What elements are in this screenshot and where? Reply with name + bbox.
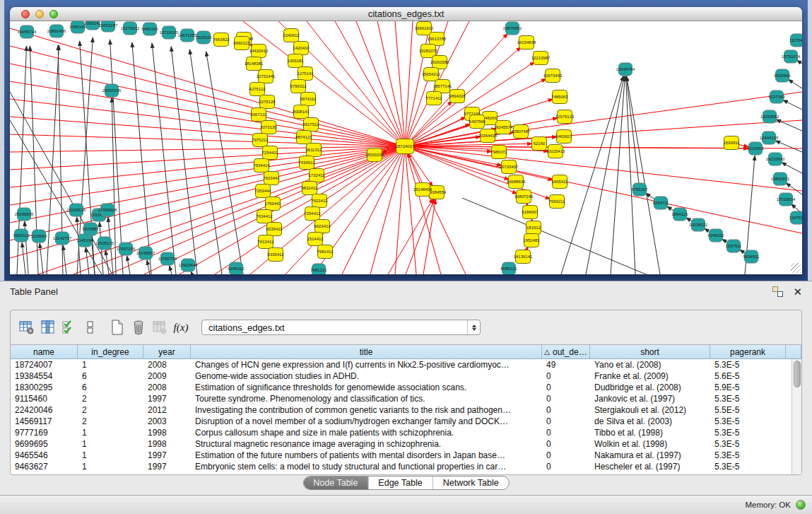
graph-node-label: 15654212 bbox=[422, 72, 441, 76]
network-canvas[interactable]: 9894028977716974626664975681624557420364… bbox=[10, 21, 802, 274]
table-cell: 5.3E-5 bbox=[710, 393, 786, 404]
graph-node-label: 10807487 bbox=[512, 129, 531, 134]
table-cell: 1997 bbox=[143, 450, 191, 461]
graph-node-label: 9811412 bbox=[302, 186, 319, 190]
minimize-window-button[interactable] bbox=[35, 10, 44, 18]
graph-edge bbox=[105, 250, 109, 274]
close-window-button[interactable] bbox=[21, 10, 30, 18]
new-table-icon[interactable] bbox=[107, 317, 128, 338]
table-row[interactable]: 1456911722003Disruption of a novel membe… bbox=[11, 416, 801, 427]
table-cell: Embryonic stem cells: a model to study s… bbox=[191, 461, 542, 472]
graph-node-label: 7634512 bbox=[298, 160, 315, 165]
graph-edge bbox=[782, 163, 802, 173]
table-cell: Dudbridge et al. (2008) bbox=[590, 382, 710, 393]
graph-node-label: 7485063 bbox=[551, 95, 568, 99]
graph-edge bbox=[40, 243, 43, 274]
zoom-window-button[interactable] bbox=[49, 10, 58, 18]
table-cell: Estimation of the future numbers of pati… bbox=[191, 450, 542, 461]
table-cell: 2003 bbox=[143, 416, 191, 427]
graph-node-label: 17359928 bbox=[98, 208, 117, 212]
vertical-scrollbar[interactable] bbox=[792, 359, 801, 474]
table-cell: 2008 bbox=[143, 382, 191, 393]
column-header-filler bbox=[786, 345, 801, 359]
graph-edge bbox=[342, 146, 405, 274]
function-icon[interactable]: f(x) bbox=[170, 317, 192, 338]
table-row[interactable]: 1830029562008Estimation of significance … bbox=[11, 382, 801, 393]
column-header-pagerank[interactable]: pagerank bbox=[710, 345, 786, 359]
table-row[interactable]: 969969511998Structural magnetic resonanc… bbox=[11, 438, 801, 450]
graph-node-label: 7613412 bbox=[257, 240, 274, 244]
window-titlebar[interactable]: citations_edges.txt bbox=[10, 7, 802, 21]
graph-edge bbox=[788, 79, 802, 88]
graph-node-label: 9694511 bbox=[743, 255, 760, 259]
application-window: ◂ citations_edges.txt 989402897771697462… bbox=[0, 0, 812, 514]
graph-node-label: 20891406 bbox=[47, 29, 66, 33]
graph-node-label: 1009181 bbox=[287, 59, 304, 63]
graph-node-label: 16210643 bbox=[766, 157, 785, 161]
table-row[interactable]: 2242004622012Investigating the contribut… bbox=[11, 404, 801, 416]
table-cell: 6 bbox=[78, 382, 143, 393]
table-cell: 9465546 bbox=[11, 450, 78, 461]
graph-node-label: 7634412 bbox=[256, 214, 273, 218]
graph-node-label: 14671355 bbox=[178, 33, 197, 37]
table-cell: Wolkin et al. (1998) bbox=[590, 438, 710, 450]
float-panel-icon[interactable] bbox=[772, 286, 783, 297]
table-column-icon[interactable] bbox=[37, 317, 59, 338]
table-cell: Investigating the contribution of common… bbox=[191, 404, 542, 416]
graph-node-label: 9227343 bbox=[768, 95, 785, 99]
left-pane-edge bbox=[0, 0, 4, 281]
graph-node-label: 1732411 bbox=[309, 173, 326, 177]
table-cell: Corpus callosum shape and size in male p… bbox=[191, 427, 542, 438]
graph-edge bbox=[627, 76, 660, 274]
graph-node-label: 8799312 bbox=[290, 84, 307, 88]
table-cell: 14569117 bbox=[11, 416, 78, 427]
scrollbar-thumb[interactable] bbox=[794, 361, 801, 387]
graph-node-label: 17957255 bbox=[117, 247, 136, 251]
table-row[interactable]: 946554611997Estimation of the future num… bbox=[11, 450, 801, 461]
graph-node-label: 62160 bbox=[534, 141, 546, 146]
graph-node-label: 25266505 bbox=[15, 212, 34, 216]
table-row[interactable]: 1872400712008Changes of HCN gene express… bbox=[11, 359, 801, 370]
table-cell: 5.5E-5 bbox=[710, 404, 786, 416]
graph-edge bbox=[462, 198, 646, 274]
table-row[interactable]: 946362711997Embryonic stem cells: a mode… bbox=[11, 461, 801, 472]
tab-node-table[interactable]: Node Table bbox=[303, 477, 367, 489]
column-header-out_de[interactable]: △out_de… bbox=[542, 345, 590, 359]
graph-node-label: 9660122 bbox=[233, 41, 250, 45]
column-header-title[interactable]: title bbox=[191, 345, 542, 359]
column-header-in_degree[interactable]: in_degree bbox=[78, 345, 143, 359]
graph-node-label: 3067131 bbox=[250, 112, 267, 117]
graph-node-label: 20206536 bbox=[67, 208, 86, 212]
table-row[interactable]: 911546021997Tourette syndrome. Phenomeno… bbox=[11, 393, 801, 404]
graph-node-label: 8215953 bbox=[747, 146, 764, 151]
table-cell: 1998 bbox=[143, 438, 191, 450]
delete-table-icon[interactable] bbox=[128, 317, 149, 338]
graph-node-label: 14420410 bbox=[249, 49, 269, 53]
pane-collapse-icon[interactable]: ◂ bbox=[1, 144, 4, 151]
graph-node-label: 7515526 bbox=[195, 35, 212, 40]
table-cell: Nakamura et al. (1997) bbox=[590, 450, 710, 461]
close-panel-icon[interactable]: ✕ bbox=[793, 286, 802, 297]
graph-node-label: 19892971 bbox=[771, 177, 790, 181]
column-header-year[interactable]: year bbox=[143, 345, 191, 359]
table-cell: 5.9E-5 bbox=[710, 382, 786, 393]
row-height-icon[interactable] bbox=[80, 317, 101, 338]
graph-node-label: 9184067 bbox=[522, 210, 539, 214]
table-cell: 19384554 bbox=[11, 370, 78, 382]
graph-node-label: 8085121 bbox=[500, 267, 517, 271]
panel-title: Table Panel bbox=[10, 286, 58, 297]
tab-network-table[interactable]: Network Table bbox=[433, 477, 509, 489]
table-cell: Structural magnetic resonance image aver… bbox=[191, 438, 542, 450]
window-resize-grip[interactable] bbox=[791, 263, 801, 273]
table-cell: Tibbo et al. (1998) bbox=[590, 427, 710, 438]
table-selector-dropdown[interactable]: citations_edges.txt bbox=[201, 320, 481, 335]
table-row[interactable]: 1938455462009Genome-wide association stu… bbox=[11, 370, 801, 382]
table-settings-icon[interactable] bbox=[16, 317, 37, 338]
table-cell: Genome-wide association studies in ADHD. bbox=[191, 370, 542, 382]
tab-edge-table[interactable]: Edge Table bbox=[367, 477, 432, 489]
table-row[interactable]: 977716911998Corpus callosum shape and si… bbox=[11, 427, 801, 438]
column-header-short[interactable]: short bbox=[590, 345, 710, 359]
column-header-name[interactable]: name bbox=[11, 345, 78, 359]
graph-node-label: 9245032 bbox=[707, 233, 724, 238]
select-columns-icon[interactable] bbox=[59, 317, 80, 338]
